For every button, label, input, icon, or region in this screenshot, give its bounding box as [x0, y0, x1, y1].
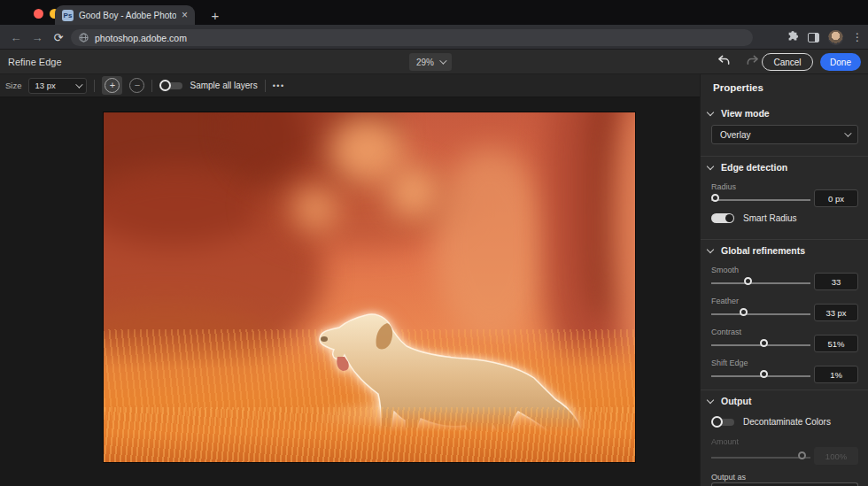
- slider-knob[interactable]: [744, 277, 752, 285]
- bokeh-light-shape: [294, 188, 337, 230]
- slider-track[interactable]: [711, 199, 810, 201]
- plus-icon: +: [105, 78, 120, 93]
- view-mode-label: View mode: [721, 108, 770, 119]
- undo-button[interactable]: [717, 54, 735, 70]
- divider: [151, 80, 152, 92]
- chevron-down-icon: [76, 81, 83, 88]
- decontaminate-colors-toggle[interactable]: [711, 416, 734, 428]
- smooth-label: Smooth: [711, 266, 739, 274]
- site-info-icon[interactable]: [79, 33, 89, 42]
- slider-knob[interactable]: [760, 339, 768, 347]
- size-label: Size: [5, 81, 21, 90]
- shift-edge-label: Shift Edge: [711, 359, 748, 367]
- properties-title: Properties: [713, 82, 763, 93]
- foreground-grass: [104, 407, 635, 462]
- tab-title: Good Boy - Adobe Photoshop: [79, 11, 176, 20]
- tab-strip: Ps Good Boy - Adobe Photoshop × +: [0, 0, 868, 25]
- amount-value-box: 100%: [814, 447, 858, 465]
- smart-radius-row: Smart Radius: [711, 212, 797, 224]
- profile-avatar[interactable]: [828, 30, 843, 45]
- radius-slider[interactable]: 0 px: [711, 193, 858, 207]
- feather-value-box[interactable]: 33 px: [814, 304, 858, 321]
- url-bar[interactable]: photoshop.adobe.com: [71, 29, 753, 46]
- divider: [701, 156, 868, 157]
- refine-edge-title: Refine Edge: [8, 57, 62, 67]
- canvas-image[interactable]: [104, 112, 635, 462]
- chevron-down-icon: [707, 396, 714, 403]
- chevron-down-icon: [707, 108, 714, 115]
- slider-track[interactable]: [711, 282, 810, 284]
- side-panel-icon[interactable]: [808, 33, 819, 42]
- output-as-label: Output as: [711, 473, 746, 482]
- browser-toolbar: ← → ⟳ photoshop.adobe.com ⋮: [0, 25, 868, 50]
- decontaminate-colors-label: Decontaminate Colors: [743, 417, 831, 427]
- output-as-dropdown[interactable]: [711, 482, 858, 486]
- more-options-button[interactable]: •••: [273, 81, 285, 90]
- slider-knob[interactable]: [740, 308, 748, 316]
- contrast-slider[interactable]: 51%: [711, 338, 858, 352]
- slider-knob[interactable]: [711, 194, 719, 202]
- done-button[interactable]: Done: [820, 53, 861, 71]
- browser-menu-icon[interactable]: ⋮: [852, 31, 863, 43]
- divider: [701, 239, 868, 240]
- global-refinements-label: Global refinements: [721, 245, 805, 256]
- view-mode-value: Overlay: [720, 130, 750, 140]
- zoom-level-dropdown[interactable]: 29%: [409, 53, 452, 71]
- chevron-down-icon: [844, 129, 851, 136]
- sample-all-layers-label: Sample all layers: [190, 81, 257, 90]
- contrast-value-box[interactable]: 51%: [814, 335, 858, 352]
- radius-label: Radius: [711, 182, 736, 191]
- divider: [94, 80, 95, 92]
- add-to-selection-button[interactable]: +: [102, 76, 122, 95]
- sample-all-layers-toggle[interactable]: [159, 80, 182, 91]
- redo-button[interactable]: [746, 54, 763, 70]
- contrast-label: Contrast: [711, 328, 741, 336]
- view-mode-section-header[interactable]: View mode: [708, 108, 770, 119]
- properties-panel: Properties View mode Overlay Edge detect…: [700, 74, 868, 486]
- shift-edge-slider[interactable]: 1%: [711, 369, 858, 383]
- reload-icon[interactable]: ⟳: [50, 28, 67, 46]
- smooth-value-box[interactable]: 33: [814, 273, 858, 290]
- edge-detection-section-header[interactable]: Edge detection: [708, 162, 787, 173]
- divider: [265, 80, 266, 92]
- smooth-slider[interactable]: 33: [711, 276, 858, 290]
- chevron-down-icon: [439, 57, 446, 64]
- brush-size-dropdown[interactable]: 13 px: [28, 78, 87, 94]
- amount-label: Amount: [711, 437, 739, 446]
- subtract-from-selection-button[interactable]: −: [129, 78, 144, 93]
- tab-close-icon[interactable]: ×: [182, 10, 188, 20]
- radius-value-box[interactable]: 0 px: [814, 189, 858, 207]
- view-mode-dropdown[interactable]: Overlay: [711, 125, 858, 144]
- dog-nose-shape: [321, 336, 328, 342]
- url-text: photoshop.adobe.com: [95, 33, 187, 43]
- shift-edge-value-box[interactable]: 1%: [814, 366, 858, 383]
- browser-tab[interactable]: Ps Good Boy - Adobe Photoshop ×: [55, 5, 195, 25]
- traffic-close-button[interactable]: [34, 9, 43, 19]
- zoom-level-value: 29%: [416, 58, 434, 67]
- chevron-down-icon: [707, 245, 714, 252]
- edge-detection-label: Edge detection: [721, 162, 787, 173]
- back-icon[interactable]: ←: [7, 28, 25, 46]
- slider-knob[interactable]: [760, 370, 768, 378]
- smart-radius-toggle[interactable]: [711, 212, 734, 224]
- chevron-down-icon: [707, 162, 714, 169]
- feather-label: Feather: [711, 297, 739, 305]
- output-label: Output: [721, 396, 751, 406]
- amount-slider: 100%: [711, 451, 858, 465]
- output-section-header[interactable]: Output: [708, 396, 751, 406]
- browser-window: Ps Good Boy - Adobe Photoshop × + ← → ⟳ …: [0, 0, 868, 486]
- divider: [701, 390, 868, 390]
- feather-slider[interactable]: 33 px: [711, 307, 858, 321]
- slider-track[interactable]: [711, 313, 810, 315]
- decontaminate-colors-row: Decontaminate Colors: [711, 416, 831, 428]
- new-tab-button[interactable]: +: [205, 5, 225, 25]
- brush-size-value: 13 px: [35, 81, 55, 90]
- document-canvas[interactable]: [0, 97, 700, 486]
- extension-icon[interactable]: [787, 31, 799, 43]
- global-refinements-section-header[interactable]: Global refinements: [708, 245, 805, 256]
- bokeh-light-shape: [387, 166, 440, 219]
- photoshop-favicon-icon: Ps: [62, 10, 74, 21]
- forward-icon[interactable]: →: [28, 28, 46, 46]
- cancel-button[interactable]: Cancel: [762, 53, 813, 71]
- refine-edge-bar: Refine Edge 29% Cancel Done: [0, 50, 868, 74]
